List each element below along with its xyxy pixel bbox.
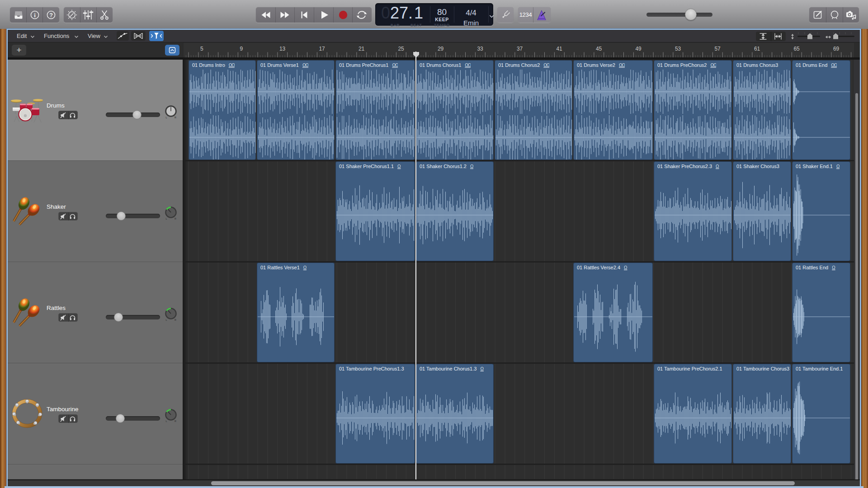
- svg-text:17: 17: [319, 46, 325, 52]
- svg-text:37: 37: [517, 46, 523, 52]
- svg-text:R: R: [175, 319, 176, 321]
- svg-text:R: R: [175, 217, 176, 220]
- svg-text:L: L: [166, 420, 167, 422]
- svg-text:L: L: [166, 319, 167, 321]
- svg-text:13: 13: [279, 46, 286, 52]
- svg-text:57: 57: [714, 46, 721, 52]
- svg-text:21: 21: [359, 46, 365, 52]
- svg-text:53: 53: [675, 46, 681, 52]
- svg-text:33: 33: [477, 46, 483, 52]
- svg-text:?: ?: [49, 12, 53, 19]
- svg-text:41: 41: [556, 46, 562, 52]
- svg-text:R: R: [175, 420, 176, 422]
- svg-text:25: 25: [398, 46, 404, 52]
- svg-text:L: L: [166, 116, 167, 119]
- svg-text:9: 9: [240, 46, 243, 52]
- svg-text:i: i: [34, 12, 36, 19]
- svg-text:61: 61: [754, 46, 760, 52]
- svg-text:5: 5: [200, 46, 203, 52]
- svg-text:29: 29: [438, 46, 444, 52]
- svg-text:65: 65: [793, 46, 800, 52]
- svg-text:49: 49: [635, 46, 642, 52]
- svg-text:45: 45: [596, 46, 602, 52]
- svg-text:69: 69: [833, 46, 840, 52]
- svg-text:L: L: [166, 217, 167, 220]
- svg-text:R: R: [175, 116, 176, 119]
